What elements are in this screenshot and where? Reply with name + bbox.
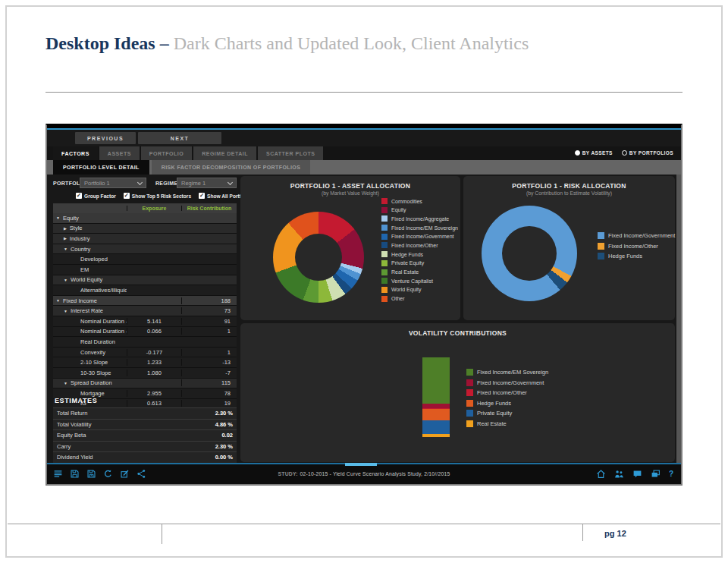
estimate-value: 2.30 %: [215, 443, 233, 450]
risk-contribution-cell: 115: [181, 379, 237, 386]
tab-factors[interactable]: FACTORS: [53, 146, 98, 160]
collapse-arrow-icon[interactable]: ▼: [64, 381, 67, 385]
table-row[interactable]: ▼Fixed Income188: [53, 296, 237, 307]
bar-segment: [422, 434, 450, 437]
table-row[interactable]: ▼World Equity: [53, 275, 237, 286]
collapse-arrow-icon[interactable]: ▼: [64, 247, 67, 251]
collapse-arrow-icon[interactable]: ▼: [64, 309, 67, 313]
table-row[interactable]: ▶Industry: [53, 234, 237, 244]
checkbox-label: Show Top 5 Risk Sectors: [132, 193, 191, 199]
legend-label: Hedge Funds: [608, 253, 642, 259]
table-row[interactable]: Convexity-0.1771: [53, 348, 237, 358]
legend-label: Fixed Income/Other: [391, 243, 438, 248]
table-row[interactable]: Real Duration: [53, 337, 237, 348]
row-label: Convexity: [80, 349, 105, 356]
previous-button[interactable]: PREVIOUS: [75, 132, 136, 144]
tab-scatter-plots[interactable]: SCATTER PLOTS: [258, 146, 323, 160]
tab-assets[interactable]: ASSETS: [99, 146, 140, 160]
asset-allocation-panel: PORTFOLIO 1 - ASSET ALLOCATION (by Marke…: [240, 176, 460, 320]
risk-contribution-cell: 73: [181, 307, 237, 314]
estimate-label: Total Return: [57, 410, 87, 417]
chat-icon[interactable]: [632, 469, 642, 479]
row-label-cell: Nominal Duration -: [53, 318, 127, 325]
risk-contribution-cell: 1: [181, 328, 237, 335]
filter-checkboxes: ✓Group Factor✓Show Top 5 Risk Sectors✓Sh…: [76, 193, 250, 199]
home-icon[interactable]: [596, 469, 606, 479]
table-row[interactable]: 2-10 Slope1.233-13: [53, 357, 237, 368]
legend-label: Equity: [391, 207, 406, 212]
asset-allocation-subtitle: (by Market Value Weight): [240, 190, 460, 196]
row-label-cell: Convexity: [53, 349, 127, 356]
collapse-arrow-icon[interactable]: ▼: [56, 298, 60, 303]
table-row[interactable]: EM: [53, 265, 237, 275]
tab-regime-detail[interactable]: REGIME DETAIL: [193, 146, 256, 160]
risk-allocation-panel: PORTFOLIO 1 - RISK ALLOCATION (by Contri…: [463, 176, 675, 320]
legend-label: World Equity: [391, 287, 422, 292]
row-label: Developed: [80, 256, 108, 263]
next-button[interactable]: NEXT: [138, 132, 221, 144]
radio-by-assets[interactable]: BY ASSETS: [575, 150, 613, 156]
page-number: pg 12: [604, 529, 626, 538]
regime-dropdown[interactable]: Regime 1: [177, 178, 237, 188]
users-icon[interactable]: [614, 469, 624, 479]
column-header-risk-contribution: Risk Contribution: [181, 206, 237, 211]
tab-portfolio[interactable]: PORTFOLIO: [141, 146, 192, 160]
legend-swatch: [466, 389, 473, 396]
study-status: STUDY:02-10-2015 - Yield Curve Scenario …: [47, 471, 681, 477]
portfolio-dropdown[interactable]: Portfolio 1: [80, 178, 146, 188]
legend-item: Hedge Funds: [466, 400, 548, 407]
row-label: EM: [80, 266, 89, 273]
legend-item: Venture Capitalist: [381, 278, 458, 284]
radio-by-portfolios[interactable]: BY PORTFOLIOS: [622, 150, 673, 156]
horizontal-scrollbar-thumb[interactable]: [345, 463, 377, 466]
risk-allocation-donut-chart: [482, 206, 577, 301]
legend-label: Hedge Funds: [477, 400, 511, 407]
legend-label: Fixed Income/Other: [477, 389, 527, 396]
vertical-scrollbar[interactable]: [676, 175, 681, 463]
legend-item: Fixed Income/Other: [598, 243, 675, 250]
legend-item: Fixed Income/Other: [466, 389, 548, 396]
risk-contribution-cell: 91: [181, 318, 237, 325]
collapse-arrow-icon[interactable]: ▼: [64, 278, 67, 282]
legend-label: Private Equity: [391, 260, 424, 266]
screens-icon[interactable]: [651, 469, 661, 479]
checkbox-group-factor[interactable]: ✓Group Factor: [76, 193, 116, 199]
sub-tab-bar: PORTFOLIO LEVEL DETAILRISK FACTOR DECOMP…: [47, 160, 681, 175]
legend-item: Commodities: [381, 198, 458, 204]
subtab-risk-factor-decomposition-of-portfolios[interactable]: RISK FACTOR DECOMPOSITION OF PORTFOLIOS: [152, 160, 310, 175]
row-label: Alternatives/Illiquid: [80, 287, 127, 294]
estimate-label: Carry: [57, 443, 71, 450]
legend-item: Fixed Income/EM Sovereign: [381, 225, 458, 231]
table-row[interactable]: 10-30 Slope1.080-7: [53, 368, 237, 379]
table-row[interactable]: Developed: [53, 254, 237, 265]
table-row[interactable]: ▼Spread Duration115: [53, 379, 237, 389]
table-row[interactable]: Alternatives/Illiquid: [53, 285, 237, 296]
legend-label: Venture Capitalist: [391, 278, 433, 284]
row-label: Nominal Duration -: [80, 318, 127, 325]
expand-arrow-icon[interactable]: ▶: [64, 226, 67, 231]
legend-swatch: [381, 260, 388, 266]
table-row[interactable]: Nominal Duration -5.14191: [53, 316, 237, 327]
footer-tick: [162, 524, 162, 544]
estimate-row: Total Return2.30 %: [53, 408, 237, 420]
table-row[interactable]: ▼Interest Rate73: [53, 306, 237, 316]
checkbox-show-top-5-risk-sectors[interactable]: ✓Show Top 5 Risk Sectors: [124, 193, 191, 199]
exposure-cell: 0.066: [127, 328, 181, 335]
table-row[interactable]: ▼Equity: [53, 213, 237, 224]
table-row[interactable]: ▶Style: [53, 224, 237, 234]
expand-arrow-icon[interactable]: ▶: [64, 236, 67, 241]
row-label-cell: 10-30 Slope: [53, 370, 127, 376]
factor-panel: PORTFOLIO Portfolio 1 REGIME Regime 1 ✓G…: [53, 175, 237, 463]
table-row[interactable]: ▼Country: [53, 244, 237, 255]
legend-label: Other: [391, 296, 405, 301]
row-label: Spread Duration: [71, 379, 112, 386]
risk-contribution-cell: -7: [181, 370, 237, 376]
legend-label: Fixed Income/EM Sovereign: [391, 225, 458, 231]
table-row[interactable]: Nominal Duration -0.0661: [53, 327, 237, 338]
row-label-cell: Real Duration: [53, 338, 127, 345]
help-button[interactable]: ?: [669, 469, 673, 479]
legend-swatch: [381, 278, 388, 284]
collapse-arrow-icon[interactable]: ▼: [56, 215, 60, 220]
subtab-portfolio-level-detail[interactable]: PORTFOLIO LEVEL DETAIL: [53, 160, 149, 175]
estimate-label: Dividend Yield: [57, 454, 93, 461]
